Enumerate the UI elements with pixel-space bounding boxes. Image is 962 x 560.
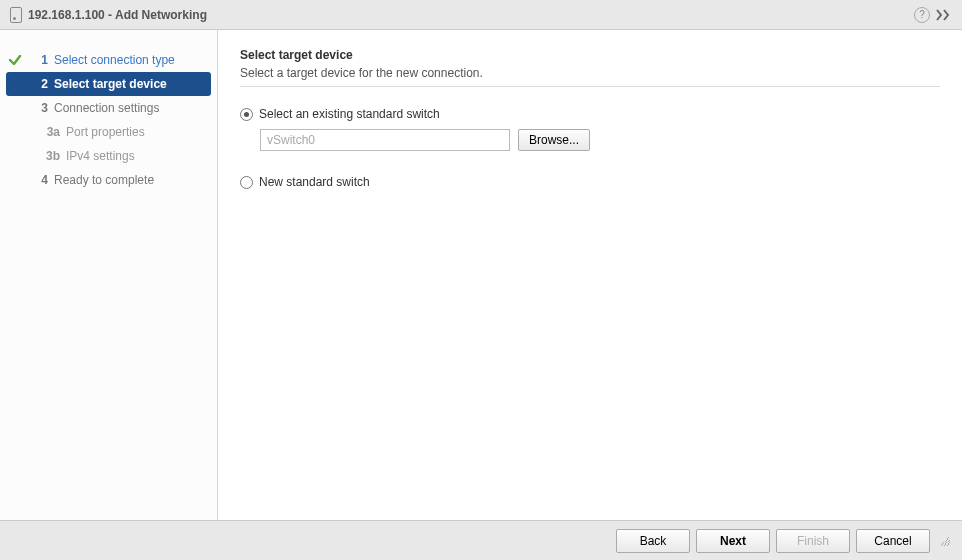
option-existing-label: Select an existing standard switch bbox=[259, 107, 440, 121]
dialog-title: 192.168.1.100 - Add Networking bbox=[28, 8, 908, 22]
host-icon bbox=[10, 7, 22, 23]
browse-button[interactable]: Browse... bbox=[518, 129, 590, 151]
step-label: Port properties bbox=[66, 125, 145, 139]
finish-button: Finish bbox=[776, 529, 850, 553]
step-number: 3b bbox=[28, 149, 60, 163]
dialog-header: 192.168.1.100 - Add Networking ? bbox=[0, 0, 962, 30]
divider bbox=[240, 86, 940, 87]
resize-grip-icon[interactable] bbox=[940, 536, 950, 546]
step-number: 3 bbox=[28, 101, 48, 115]
dialog-body: 1 Select connection type 2 Select target… bbox=[0, 30, 962, 520]
back-button[interactable]: Back bbox=[616, 529, 690, 553]
step-number: 3a bbox=[28, 125, 60, 139]
substep-ipv4-settings: 3b IPv4 settings bbox=[0, 144, 217, 168]
step-connection-settings: 3 Connection settings bbox=[0, 96, 217, 120]
option-new-label: New standard switch bbox=[259, 175, 370, 189]
content-title: Select target device bbox=[240, 48, 940, 62]
step-label: Connection settings bbox=[54, 101, 159, 115]
step-ready-complete: 4 Ready to complete bbox=[0, 168, 217, 192]
step-label: Select connection type bbox=[54, 53, 175, 67]
step-number: 4 bbox=[28, 173, 48, 187]
wizard-content: Select target device Select a target dev… bbox=[218, 30, 962, 520]
step-connection-type[interactable]: 1 Select connection type bbox=[0, 48, 217, 72]
step-label: Ready to complete bbox=[54, 173, 154, 187]
radio-new[interactable] bbox=[240, 176, 253, 189]
step-target-device[interactable]: 2 Select target device bbox=[6, 72, 211, 96]
dialog-footer: Back Next Finish Cancel bbox=[0, 520, 962, 560]
cancel-button[interactable]: Cancel bbox=[856, 529, 930, 553]
help-icon[interactable]: ? bbox=[914, 7, 930, 23]
substep-port-properties: 3a Port properties bbox=[0, 120, 217, 144]
step-number: 1 bbox=[28, 53, 48, 67]
option-new-switch[interactable]: New standard switch bbox=[240, 175, 940, 189]
expand-icon[interactable] bbox=[936, 9, 952, 21]
checkmark-icon bbox=[6, 53, 24, 67]
step-label: Select target device bbox=[54, 77, 167, 91]
step-number: 2 bbox=[28, 77, 48, 91]
step-label: IPv4 settings bbox=[66, 149, 135, 163]
content-subtitle: Select a target device for the new conne… bbox=[240, 66, 940, 80]
switch-name-input[interactable]: vSwitch0 bbox=[260, 129, 510, 151]
next-button[interactable]: Next bbox=[696, 529, 770, 553]
option-existing-switch[interactable]: Select an existing standard switch bbox=[240, 107, 940, 121]
wizard-sidebar: 1 Select connection type 2 Select target… bbox=[0, 30, 218, 520]
existing-switch-input-row: vSwitch0 Browse... bbox=[260, 129, 940, 151]
radio-existing[interactable] bbox=[240, 108, 253, 121]
